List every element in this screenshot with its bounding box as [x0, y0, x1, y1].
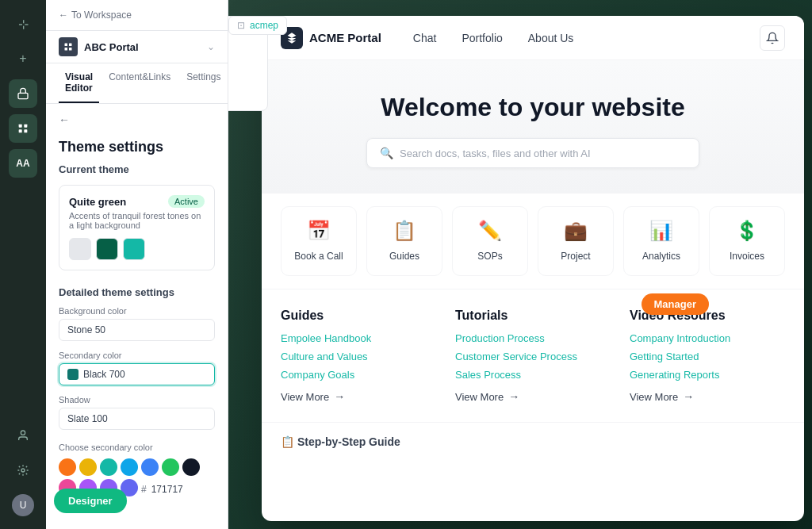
search-bar[interactable]: 🔍 Search docs, tasks, files and other wi…: [366, 138, 699, 168]
hash-symbol: #: [141, 484, 147, 495]
editor-tabs: Visual Editor Content&Links Settings: [46, 63, 228, 104]
svg-rect-2: [24, 125, 27, 128]
svg-rect-8: [69, 44, 72, 47]
secondary-color-input[interactable]: Black 700: [59, 363, 215, 385]
editor-top-bar: ← To Workspace: [46, 0, 228, 31]
tab-visual-editor[interactable]: Visual Editor: [59, 63, 99, 103]
notification-icon[interactable]: [760, 25, 785, 51]
video-view-more-arrow: →: [683, 390, 694, 403]
guides-view-more-arrow: →: [334, 390, 345, 403]
guides-ql-icon: 📋: [373, 220, 435, 242]
preview-url-bar: ⊡ acmep: [228, 16, 287, 35]
search-placeholder-text: Search docs, tasks, files and other with…: [400, 148, 591, 159]
step-section: 📋 Step-by-Step Guide: [262, 422, 804, 461]
guides-link-3[interactable]: Company Goals: [281, 369, 436, 381]
theme-card[interactable]: Quite green Active Accents of tranquil f…: [59, 185, 215, 270]
palette-black[interactable]: [182, 458, 200, 476]
theme-card-header: Quite green Active: [69, 195, 205, 208]
quick-link-book-a-call[interactable]: 📅 Book a Call: [281, 206, 357, 276]
hex-input-row: #: [141, 482, 199, 496]
quick-link-analytics[interactable]: 📊 Analytics: [623, 206, 699, 276]
preview-url-text: acmep: [250, 20, 278, 31]
quick-link-sops[interactable]: ✏️ SOPs: [452, 206, 528, 276]
cursor-icon[interactable]: ⊹: [9, 10, 37, 38]
svg-rect-0: [18, 93, 28, 98]
bg-color-field: Background color Stone 50: [46, 306, 228, 351]
nav-portfolio[interactable]: Portfolio: [462, 32, 502, 44]
shadow-input[interactable]: Slate 100: [59, 408, 215, 430]
guides-link-1[interactable]: Empolee Handbook: [281, 332, 436, 344]
palette-sky[interactable]: [121, 458, 138, 476]
svg-rect-7: [65, 44, 68, 47]
book-call-label: Book a Call: [294, 251, 343, 262]
svg-point-6: [21, 469, 25, 472]
guides-link-2[interactable]: Culture and Values: [281, 351, 436, 362]
svg-rect-10: [69, 48, 72, 51]
analytics-icon: 📊: [630, 220, 692, 242]
shadow-label: Shadow: [59, 395, 215, 404]
guides-title: Guides: [281, 309, 436, 323]
guides-view-more[interactable]: View More →: [281, 390, 436, 403]
designer-badge[interactable]: Designer: [54, 489, 127, 513]
section-back-arrow[interactable]: ←: [46, 104, 228, 136]
video-view-more[interactable]: View More →: [630, 390, 785, 403]
site-logo: ACME Portal: [281, 27, 381, 49]
workspace-selector[interactable]: ABC Portal ⌄: [46, 31, 228, 63]
svg-rect-9: [65, 48, 68, 51]
palette-blue[interactable]: [141, 458, 159, 476]
secondary-color-field: Secondary color Black 700: [46, 351, 228, 395]
avatar-icon[interactable]: U: [9, 491, 37, 519]
back-to-workspace-link[interactable]: ← To Workspace: [59, 10, 132, 21]
guides-column: Guides Empolee Handbook Culture and Valu…: [281, 309, 455, 403]
editor-panel: ← To Workspace ABC Portal ⌄ Visual Edito…: [46, 0, 228, 529]
video-link-1[interactable]: Company Introduction: [630, 332, 785, 344]
detailed-settings-label: Detailed theme settings: [46, 283, 228, 306]
current-theme-label: Current theme: [46, 162, 228, 185]
bg-color-input[interactable]: Stone 50: [59, 319, 215, 341]
guides-ql-label: Guides: [389, 251, 419, 262]
manager-badge[interactable]: Manager: [642, 293, 709, 315]
palette-row-1: [59, 458, 215, 476]
video-link-3[interactable]: Generating Reports: [630, 369, 785, 381]
user-icon[interactable]: [9, 421, 37, 450]
tab-settings[interactable]: Settings: [180, 63, 227, 103]
palette-yellow[interactable]: [79, 458, 97, 476]
palette-label: Choose secondary color: [59, 443, 215, 452]
quick-link-guides[interactable]: 📋 Guides: [366, 206, 442, 276]
text-aa-icon[interactable]: AA: [9, 149, 37, 178]
quick-link-invoices[interactable]: 💲 Invoices: [709, 206, 785, 276]
project-icon: 💼: [545, 220, 607, 242]
palette-orange[interactable]: [59, 458, 76, 476]
tutorials-column: Tutorials Production Process Customer Se…: [455, 309, 630, 403]
tutorials-link-2[interactable]: Customer Service Process: [455, 351, 611, 362]
quick-links-section: 📅 Book a Call 📋 Guides ✏️ SOPs 💼 Project…: [262, 194, 804, 289]
settings-icon[interactable]: [9, 456, 37, 485]
theme-colors: [69, 238, 205, 260]
main-sidebar: ⊹ + AA U: [0, 0, 46, 529]
hex-input[interactable]: [151, 484, 199, 495]
svg-rect-3: [19, 129, 22, 132]
nav-about-us[interactable]: About Us: [528, 32, 574, 44]
palette-teal[interactable]: [100, 458, 117, 476]
shadow-field: Shadow Slate 100: [46, 395, 228, 439]
tab-content-links[interactable]: Content&Links: [102, 63, 177, 103]
video-link-2[interactable]: Getting Started: [630, 351, 785, 362]
plus-icon[interactable]: +: [9, 44, 37, 73]
nav-chat[interactable]: Chat: [413, 32, 437, 44]
theme-description: Accents of tranquil forest tones on a li…: [69, 211, 205, 230]
tutorials-view-more-arrow: →: [508, 390, 519, 403]
secondary-color-dot: [67, 369, 79, 380]
palette-green[interactable]: [162, 458, 179, 476]
svg-point-5: [21, 431, 25, 435]
site-nav-links: Chat Portfolio About Us: [413, 32, 760, 44]
content-section: Guides Empolee Handbook Culture and Valu…: [262, 289, 804, 422]
tutorials-link-3[interactable]: Sales Process: [455, 369, 611, 381]
tutorials-view-more[interactable]: View More →: [455, 390, 611, 403]
color-swatch-light: [69, 238, 91, 260]
lock-icon[interactable]: [9, 79, 37, 108]
tutorials-link-1[interactable]: Production Process: [455, 332, 611, 344]
site-logo-text: ACME Portal: [309, 31, 381, 44]
tutorials-title: Tutorials: [455, 309, 611, 323]
layers-icon[interactable]: [9, 114, 37, 143]
quick-link-project[interactable]: 💼 Project: [538, 206, 614, 276]
